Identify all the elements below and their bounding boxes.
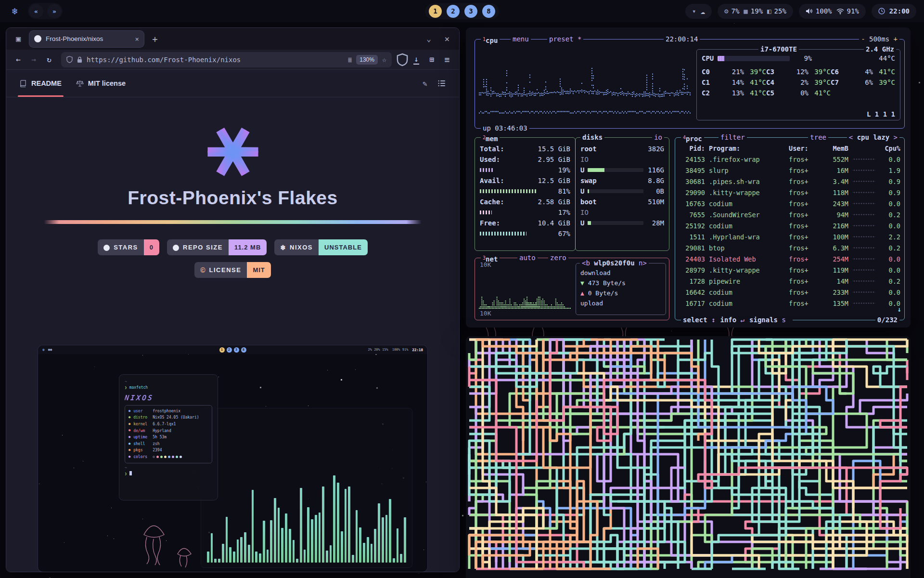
- process-row[interactable]: 7655.SoundWireSerfros+94M0.2: [679, 209, 900, 220]
- mem-box-title[interactable]: 2mem: [481, 133, 500, 142]
- process-row[interactable]: 38495slurpfros+16M1.9: [679, 165, 900, 176]
- process-row[interactable]: 1511.Hyprland-wrafros+100M2.2: [679, 231, 900, 242]
- cpu-total-pct: 9%: [794, 54, 812, 62]
- process-row[interactable]: 28979.kitty-wrappefros+119M0.0: [679, 264, 900, 276]
- fetch-terminal: ~ ❯ maxfetch NIXOS ●userfrostphoenix●dis…: [119, 374, 218, 500]
- firefox-view-icon[interactable]: ▣: [11, 32, 26, 46]
- scroll-down-indicator[interactable]: ↓: [898, 305, 901, 313]
- reload-button[interactable]: ↻: [42, 53, 56, 67]
- workspace-1[interactable]: 1: [429, 5, 442, 18]
- disk-io-row: IO: [580, 154, 664, 165]
- badge-value: 0: [144, 239, 159, 255]
- net-zero-button[interactable]: zero: [548, 254, 568, 262]
- visualizer-bar: [330, 545, 332, 563]
- visualizer-bar: [229, 547, 231, 563]
- process-row[interactable]: 29090.kitty-wrappefros+118M0.9: [679, 187, 900, 198]
- refresh-rate-control[interactable]: - 500ms +: [859, 35, 899, 43]
- process-row[interactable]: 24153.firefox-wrapfros+552M0.0: [679, 154, 900, 165]
- badge-label: ❄NIXOS: [274, 239, 319, 255]
- workspace-3[interactable]: 3: [464, 5, 477, 18]
- process-row[interactable]: 25192codiumfros+216M0.0: [679, 220, 900, 231]
- tab-overflow-chevron-icon[interactable]: ⌄: [422, 32, 436, 46]
- disks-io-mode[interactable]: io: [652, 133, 664, 142]
- net-auto-button[interactable]: auto: [517, 254, 538, 262]
- net-interface-selector[interactable]: <b wlp0s20f0u n>: [580, 259, 649, 267]
- proc-footer-info[interactable]: info ↵: [720, 316, 744, 324]
- window-close-button[interactable]: ×: [440, 32, 454, 46]
- url-text[interactable]: https://github.com/Frost-Phoenix/nixos: [87, 56, 344, 64]
- visualizer-bar: [345, 489, 347, 563]
- fetch-row-shell: ●shellzsh: [128, 441, 208, 447]
- core-list: C021%39°CC114%41°CC213%41°CC312%39°CC42%…: [697, 68, 900, 97]
- nixos-menu-icon[interactable]: ❄: [8, 5, 22, 17]
- menu-button[interactable]: menu: [511, 35, 531, 43]
- tab-mit-license[interactable]: MIT license: [76, 70, 126, 97]
- visualizer-bar: [341, 531, 343, 563]
- outline-list-icon[interactable]: [438, 80, 446, 87]
- proc-filter-button[interactable]: filter: [719, 133, 747, 142]
- extensions-icon[interactable]: ⊞: [424, 53, 439, 67]
- audio-network-widget[interactable]: 100% 91%: [799, 4, 866, 19]
- jellyfish-art: [129, 508, 211, 572]
- process-row[interactable]: 24403Isolated Webfros+254M0.0: [679, 253, 900, 264]
- proc-tree-button[interactable]: tree: [808, 133, 828, 142]
- workspace-8[interactable]: 8: [482, 5, 495, 18]
- badge-repo-size[interactable]: REPO SIZE11.2 MB: [167, 239, 267, 255]
- edit-pencil-icon[interactable]: ✎: [423, 79, 427, 88]
- badge-stars[interactable]: STARS0: [98, 239, 159, 255]
- back-button[interactable]: ←: [11, 53, 26, 67]
- bookmark-star-icon[interactable]: ☆: [382, 53, 386, 67]
- process-row[interactable]: 1728pipewirefros+14M0.2: [679, 276, 900, 287]
- browser-tab[interactable]: Frost-Phoenix/nixos ×: [29, 31, 144, 47]
- clock-widget[interactable]: 22:00: [872, 4, 916, 19]
- forward-button[interactable]: →: [26, 53, 41, 67]
- proc-footer-select[interactable]: select ↕: [683, 316, 715, 324]
- mini-audio: 100% 91%: [392, 348, 409, 352]
- process-row[interactable]: 30681.pipes.sh-wrafros+3.4M0.9: [679, 176, 900, 187]
- proc-sort-selector[interactable]: < cpu lazy >: [847, 133, 899, 142]
- visualizer-bar: [319, 512, 321, 563]
- reader-mode-icon[interactable]: ≣: [348, 53, 352, 67]
- badge-license[interactable]: ©LICENSEMIT: [194, 262, 271, 278]
- cpu-total-meter: [718, 56, 790, 61]
- tab-close-icon[interactable]: ×: [135, 35, 139, 43]
- zoom-level-badge[interactable]: 130%: [356, 55, 378, 65]
- palette-dot: [180, 456, 182, 458]
- visualizer-bar: [311, 519, 313, 563]
- visualizer-bar: [356, 510, 358, 563]
- cpu-history-graph: [479, 47, 691, 122]
- screenshot-stars: [38, 345, 38, 346]
- cpu-box-title[interactable]: 1cpu: [481, 35, 500, 43]
- tab-readme[interactable]: README: [20, 70, 62, 97]
- proc-box-title[interactable]: 4proc: [681, 133, 704, 142]
- downloads-icon[interactable]: ↓: [409, 53, 424, 67]
- mini-clock: 22:18: [412, 348, 423, 352]
- process-row[interactable]: 16717codiumfros+135M0.0: [679, 298, 900, 309]
- new-tab-button[interactable]: +: [148, 32, 162, 46]
- tracking-protection-icon[interactable]: [397, 53, 408, 67]
- proc-header-row[interactable]: Pid: Program: User: MemB Cpu%: [679, 143, 900, 154]
- media-prev-button[interactable]: «: [29, 4, 43, 18]
- visualizer-bar: [240, 537, 243, 563]
- shield-icon[interactable]: [66, 56, 73, 63]
- workspace-2[interactable]: 2: [447, 5, 460, 18]
- process-row[interactable]: 16642codiumfros+233M0.0: [679, 287, 900, 298]
- system-stats-widget[interactable]: ⚙7% ▦19% ◧25%: [718, 4, 793, 19]
- mem-meter-row: 67%: [480, 228, 570, 239]
- pipes-screensaver: [466, 336, 911, 578]
- visualizer-bar: [397, 528, 399, 563]
- badge-value: 11.2 MB: [229, 239, 267, 255]
- disk-row-boot: boot510M: [580, 197, 664, 207]
- visualizer-bar: [211, 533, 213, 563]
- proc-footer-signals[interactable]: signals s: [749, 316, 786, 324]
- weather-widget[interactable]: ▾ ☁: [685, 4, 712, 19]
- menu-hamburger-icon[interactable]: ≡: [440, 53, 454, 67]
- media-next-button[interactable]: »: [47, 4, 62, 18]
- preset-button[interactable]: preset *: [547, 35, 583, 43]
- process-row[interactable]: 29081btopfros+6.3M0.2: [679, 242, 900, 253]
- badge-nixos[interactable]: ❄NIXOSUNSTABLE: [274, 239, 368, 255]
- process-row[interactable]: 16763codiumfros+243M0.0: [679, 198, 900, 209]
- core-C5: C50%41°C: [766, 89, 831, 97]
- address-bar[interactable]: https://github.com/Frost-Phoenix/nixos ≣…: [61, 52, 392, 67]
- disks-box-title[interactable]: disks: [580, 133, 604, 142]
